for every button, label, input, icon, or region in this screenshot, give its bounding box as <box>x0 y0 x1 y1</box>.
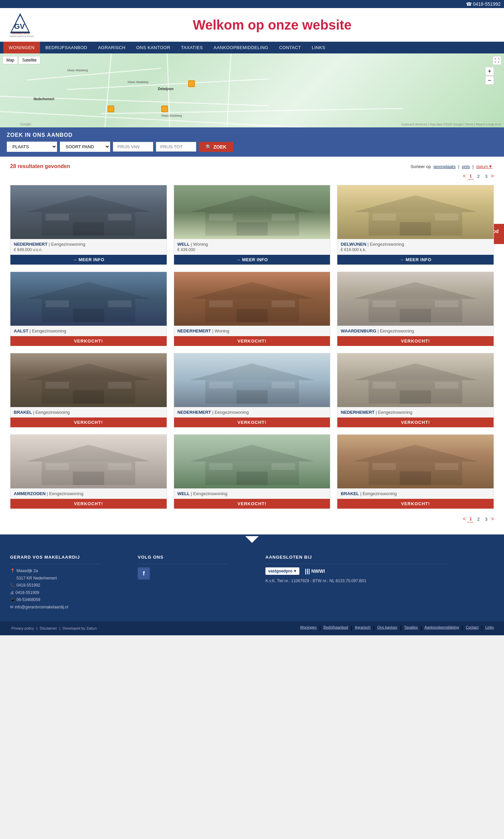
verkocht-badge-11: VERKOCHT! <box>337 499 493 508</box>
map-view-button[interactable]: Map <box>3 56 18 64</box>
footer-mobile[interactable]: 📱 06-53468059 <box>10 596 124 604</box>
property-image-7[interactable] <box>174 353 330 407</box>
svg-marker-51 <box>26 445 151 462</box>
property-info-0: NEDERHEMERT | Eengezinswoning€ 849.000 v… <box>11 239 167 255</box>
property-location-6: BRAKEL | Eengezinswoning <box>14 410 163 415</box>
property-location-5: WAARDENBURG | Eengezinswoning <box>341 328 490 334</box>
property-info-2: DELWIJNEN | Eengezinswoning€ 619.000 k.k… <box>337 239 493 255</box>
property-location-8: NEDERHEMERT | Eengezinswoning <box>341 410 490 415</box>
phone-number[interactable]: ☎ 0418-551992 <box>466 1 501 7</box>
prev-page-bottom[interactable]: < <box>463 516 466 522</box>
verkocht-badge-4: VERKOCHT! <box>174 336 330 346</box>
footer-woningen[interactable]: Woningen <box>300 625 317 631</box>
properties-grid: NEDERHEMERT | Eengezinswoning€ 849.000 v… <box>10 185 494 509</box>
map-zoom-out[interactable]: − <box>485 76 494 85</box>
map-background[interactable]: Maas Waalweg Maas Waalweg Maas Waalweg N… <box>0 53 504 127</box>
property-location-7: NEDERHEMERT | Eengezinswoning <box>177 410 327 415</box>
property-image-10[interactable] <box>174 435 330 488</box>
property-image-8[interactable] <box>337 353 493 407</box>
footer-contact-col: GERARD VOS MAKELAARDIJ 📍 Maasdijk 2a 531… <box>10 555 124 611</box>
developed-by[interactable]: Developed by Zabun <box>63 626 97 630</box>
next-page-bottom[interactable]: > <box>491 516 494 522</box>
page-3-bottom[interactable]: 3 <box>483 516 489 522</box>
map-zoom-in[interactable]: + <box>485 67 494 76</box>
map-marker-3[interactable] <box>161 106 168 112</box>
page-2[interactable]: 2 <box>475 173 482 179</box>
prev-page[interactable]: < <box>463 173 466 179</box>
meer-info-button-0[interactable]: MEER INFO <box>11 255 167 265</box>
property-price-1: € 439.000 <box>177 247 327 252</box>
property-info-9: AMMERZODEN | Eengezinswoning <box>11 488 167 499</box>
footer-legal-links: Privacy policy | Disclaimer | Developed … <box>10 626 98 630</box>
footer-phone1[interactable]: 📞 0418-551992 <box>10 582 124 589</box>
property-image-5[interactable] <box>337 272 493 326</box>
verkocht-badge-3: VERKOCHT! <box>11 336 167 346</box>
svg-text:GERARD VOS: GERARD VOS <box>12 32 29 35</box>
map-attribution: Keyboard shortcuts | Map data ©2025 Goog… <box>401 123 501 126</box>
svg-marker-36 <box>26 363 151 380</box>
plaats-select[interactable]: PLAATS <box>7 142 57 152</box>
footer-links[interactable]: Links <box>485 625 494 631</box>
soort-select[interactable]: SOORT PAND <box>60 142 110 152</box>
nav-ons-kantoor[interactable]: ONS KANTOOR <box>131 42 176 53</box>
property-image-0[interactable] <box>11 185 167 239</box>
property-location-1: WELL | Woning <box>177 242 327 247</box>
volg-ons-title: VOLG ONS <box>138 555 252 560</box>
property-card-10: WELL | EengezinswoningVERKOCHT! <box>174 434 331 509</box>
aangesloten-title: AANGESLOTEN BIJ <box>266 555 494 560</box>
property-card-1: WELL | Woning€ 439.000MEER INFO <box>174 185 331 265</box>
page-1[interactable]: 1 <box>467 173 474 179</box>
sort-datum[interactable]: datum▼ <box>476 164 492 169</box>
footer-partners-col: AANGESLOTEN BIJ vastgoedpro ✦ |||NWWI K.… <box>266 555 494 611</box>
footer-agrarisch[interactable]: Agrarisch <box>355 625 370 631</box>
nav-contact[interactable]: CONTACT <box>274 42 306 53</box>
nav-bedrijfsaanbod[interactable]: BEDRIJFSAANBOD <box>40 42 93 53</box>
nav-agrarisch[interactable]: AGRARISCH <box>93 42 131 53</box>
disclaimer-link[interactable]: Disclaimer <box>40 626 57 630</box>
meer-info-button-1[interactable]: MEER INFO <box>174 255 330 265</box>
property-image-2[interactable] <box>337 185 493 239</box>
page-3[interactable]: 3 <box>483 173 489 179</box>
satellite-view-button[interactable]: Satellite <box>18 56 40 64</box>
footer-bedrijfsaanbod[interactable]: Bedrijfsaanbod <box>324 625 348 631</box>
map-marker-1[interactable] <box>188 81 195 87</box>
property-image-4[interactable] <box>174 272 330 326</box>
nav-links[interactable]: LINKS <box>306 42 331 53</box>
sort-prijs[interactable]: prijs <box>462 164 470 169</box>
svg-rect-57 <box>236 471 268 485</box>
facebook-link[interactable]: f <box>138 567 150 579</box>
property-image-9[interactable] <box>11 435 167 488</box>
footer-aankoopbemiddeling[interactable]: Aankoopbemiddeling <box>425 625 459 631</box>
footer-contact[interactable]: Contact <box>466 625 479 631</box>
footer-ons-kantoor[interactable]: Ons kantoor <box>377 625 397 631</box>
property-image-11[interactable] <box>337 435 493 488</box>
svg-rect-33 <box>373 301 396 307</box>
results-count: 28 resultaten gevonden <box>10 163 70 169</box>
prijs-tot-input[interactable] <box>156 142 196 151</box>
property-image-6[interactable] <box>11 353 167 407</box>
property-image-1[interactable] <box>174 185 330 239</box>
sort-woonplaats[interactable]: woonplaats <box>433 164 456 169</box>
svg-rect-14 <box>271 214 295 220</box>
search-bar: ZOEK IN ONS AANBOD PLAATS SOORT PAND 🔍 Z… <box>0 127 504 157</box>
prijs-van-input[interactable] <box>113 142 153 151</box>
svg-marker-61 <box>353 445 478 462</box>
privacy-link[interactable]: Privacy policy <box>12 626 34 630</box>
footer-taxaties[interactable]: Taxaties <box>404 625 418 631</box>
footer-company-name: GERARD VOS MAKELAARDIJ <box>10 555 124 560</box>
page-1-bottom[interactable]: 1 <box>467 516 474 522</box>
footer-phone2[interactable]: 🖨 0418-551909 <box>10 589 124 597</box>
footer-email[interactable]: ✉ info@gerardvosmakelaardij.nl <box>10 604 124 611</box>
next-page[interactable]: > <box>491 173 494 179</box>
map-marker-2[interactable] <box>108 106 114 112</box>
meer-info-button-2[interactable]: MEER INFO <box>337 255 493 265</box>
nav-woningen[interactable]: WONINGEN <box>3 42 40 53</box>
page-2-bottom[interactable]: 2 <box>475 516 482 522</box>
map-fullscreen-button[interactable]: ⛶ <box>492 56 501 65</box>
search-button[interactable]: 🔍 ZOEK <box>199 142 233 152</box>
nav-aankoopbemiddeling[interactable]: AANKOOPBEMIDDELING <box>208 42 274 53</box>
results-area: 28 resultaten gevonden Sorteer op woonpl… <box>0 157 504 534</box>
svg-marker-26 <box>190 282 314 299</box>
nav-taxaties[interactable]: TAXATIES <box>176 42 208 53</box>
property-image-3[interactable] <box>11 272 167 326</box>
